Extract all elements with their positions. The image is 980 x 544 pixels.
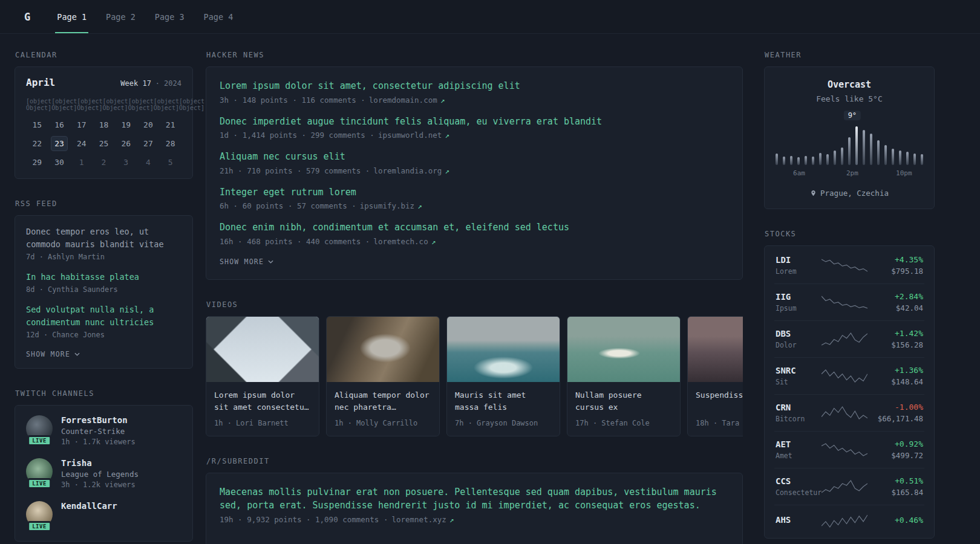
left-column: CALENDAR April Week 17 · 2024 [object Ob… <box>15 51 193 544</box>
stock-change: +0.92% <box>867 439 923 448</box>
video-card[interactable]: Nullam posuere cursus ex 17h · Stefan Co… <box>567 316 681 436</box>
video-card[interactable]: Suspendisse diam 18h · Tara <box>687 316 743 436</box>
video-thumbnail <box>327 317 439 382</box>
stock-row[interactable]: DBS Dolor +1.42% $156.28 <box>774 320 924 357</box>
video-card[interactable]: Mauris sit amet massa felis 7h · Grayson… <box>446 316 560 436</box>
story-meta: 6h · 60 points · 57 comments · ipsumify.… <box>220 201 729 210</box>
stock-row[interactable]: LDI Lorem +4.35% $795.18 <box>774 247 924 283</box>
channel-viewers: 3h · 1.2k viewers <box>61 481 139 489</box>
external-link-icon: ↗ <box>440 96 445 105</box>
story-domain: ipsumify.biz <box>360 201 414 210</box>
stock-id: LDI Lorem <box>776 255 822 276</box>
stock-change: +0.46% <box>867 516 923 525</box>
video-card[interactable]: Lorem ipsum dolor sit amet consectetu… 1… <box>206 316 319 436</box>
story-domain-link[interactable]: loremdomain.com ↗ <box>369 96 445 105</box>
calendar-day: 23 <box>51 136 68 151</box>
channel-viewers: 1h · 1.7k viewers <box>61 438 136 446</box>
weather-bar <box>855 126 858 165</box>
story-domain-link[interactable]: ipsumify.biz ↗ <box>360 201 422 210</box>
post-domain-link[interactable]: loremnet.xyz ↗ <box>391 515 454 524</box>
video-card[interactable]: Aliquam tempor dolor nec pharetra… 1h · … <box>326 316 440 436</box>
show-more-label: SHOW MORE <box>220 257 264 266</box>
story-title-link[interactable]: Integer eget rutrum lorem <box>220 186 729 199</box>
rss-show-more-button[interactable]: SHOW MORE <box>26 349 80 360</box>
video-thumbnail <box>447 317 560 382</box>
story-domain: loremlandia.org <box>373 166 442 175</box>
calendar-weekday-label: [object Object] <box>77 98 102 111</box>
calendar-day: 28 <box>162 136 179 151</box>
right-column: WEATHER Overcast Feels like 5°C 9° 6am2p… <box>764 51 935 544</box>
video-meta: 1h · Molly Carrillo <box>327 413 439 436</box>
twitch-channel[interactable]: LIVE Trisha League of Legends 3h · 1.2k … <box>26 458 181 489</box>
stock-sparkline <box>822 405 867 421</box>
weather-condition: Overcast <box>776 79 923 90</box>
stock-values: +0.51% $165.84 <box>867 476 923 497</box>
weather-bar <box>819 153 822 165</box>
story-domain-link[interactable]: loremlandia.org ↗ <box>373 166 449 175</box>
channel-info: ForrestBurton Counter-Strike 1h · 1.7k v… <box>61 415 136 446</box>
external-link-icon: ↗ <box>445 131 449 140</box>
weather-bar <box>848 137 851 165</box>
stock-change: -1.00% <box>867 403 923 412</box>
stock-row[interactable]: IIG Ipsum +2.84% $42.04 <box>774 283 924 320</box>
story-title-link[interactable]: Donec enim nibh, condimentum et accumsan… <box>220 221 729 235</box>
stock-id: AET Amet <box>776 439 822 460</box>
story-title-link[interactable]: Lorem ipsum dolor sit amet, consectetur … <box>220 79 729 93</box>
stock-row[interactable]: SNRC Sit +1.36% $148.64 <box>774 357 924 394</box>
story-title-link[interactable]: Donec imperdiet augue tincidunt felis al… <box>220 115 729 129</box>
story-stats: 16h · 468 points · 440 comments · <box>220 237 370 246</box>
stock-row[interactable]: CCS Consectetur +0.51% $165.84 <box>774 468 924 505</box>
post-meta: 19h · 9,932 points · 1,090 comments · lo… <box>220 515 729 524</box>
video-meta: 17h · Stefan Cole <box>567 413 680 436</box>
calendar-weekday-label: [object Object] <box>102 98 128 111</box>
calendar-weekday-label: [object Object] <box>154 98 179 111</box>
twitch-channel[interactable]: LIVE ForrestBurton Counter-Strike 1h · 1… <box>26 415 181 446</box>
story-stats: 21h · 710 points · 579 comments · <box>220 166 370 175</box>
story-domain-link[interactable]: loremtech.co ↗ <box>373 237 436 246</box>
weather-bar <box>913 154 916 165</box>
rss-item-title-link[interactable]: Donec tempor eros leo, ut commodo mauris… <box>26 225 181 251</box>
stock-values: +0.46% <box>867 516 923 527</box>
story-domain: ipsumworld.net <box>378 131 442 140</box>
stock-row[interactable]: AET Amet +0.92% $499.72 <box>774 431 924 468</box>
channel-info: KendallCarr <box>61 501 117 513</box>
stock-values: +1.36% $148.64 <box>867 366 923 386</box>
page-tab[interactable]: Page 1 <box>55 0 88 33</box>
story-meta: 1d · 1,414 points · 299 comments · ipsum… <box>220 131 729 140</box>
story-title-link[interactable]: Aliquam nec cursus elit <box>220 150 729 164</box>
stock-values: +1.42% $156.28 <box>867 329 923 349</box>
app-logo[interactable]: G <box>24 11 30 23</box>
story-meta: 3h · 148 points · 116 comments · loremdo… <box>220 96 729 105</box>
rss-item-title-link[interactable]: In hac habitasse platea <box>26 271 181 283</box>
channel-game: League of Legends <box>61 470 139 479</box>
video-thumbnail <box>688 317 743 382</box>
story-domain-link[interactable]: ipsumworld.net ↗ <box>378 131 449 140</box>
stock-row[interactable]: AHS +0.46% <box>774 505 924 537</box>
show-more-label: SHOW MORE <box>26 350 70 358</box>
page-tab[interactable]: Page 2 <box>104 0 137 33</box>
hn-story: Donec imperdiet augue tincidunt felis al… <box>220 115 729 140</box>
page-tab[interactable]: Page 4 <box>202 0 235 33</box>
hacker-news-widget: HACKER NEWS Lorem ipsum dolor sit amet, … <box>206 51 743 280</box>
weather-bar <box>863 130 865 165</box>
stock-id: AHS <box>776 515 822 527</box>
weather-location: Prague, Czechia <box>820 189 889 198</box>
channel-name: ForrestBurton <box>61 415 136 425</box>
post-title-link[interactable]: Maecenas mollis pulvinar erat non posuer… <box>220 485 729 513</box>
calendar-days-grid: 1516171819202122232425262728293012345 <box>26 117 181 170</box>
page-tab[interactable]: Page 3 <box>153 0 186 33</box>
video-carousel: Lorem ipsum dolor sit amet consectetu… 1… <box>206 316 743 436</box>
weather-header: WEATHER <box>765 51 935 59</box>
hn-show-more-button[interactable]: SHOW MORE <box>220 256 273 267</box>
external-link-icon: ↗ <box>445 166 449 175</box>
external-link-icon: ↗ <box>449 515 454 524</box>
stock-symbol: AHS <box>776 515 822 525</box>
calendar-day: 24 <box>73 136 90 151</box>
stock-price: $156.28 <box>867 340 923 349</box>
calendar-day: 18 <box>95 117 112 132</box>
rss-item-title-link[interactable]: Sed volutpat nulla nisl, a condimentum n… <box>26 303 181 329</box>
stock-row[interactable]: CRN Bitcorn -1.00% $66,171.48 <box>774 394 924 431</box>
stock-change: +1.36% <box>867 366 923 375</box>
video-title: Nullam posuere cursus ex <box>567 382 680 413</box>
twitch-channel[interactable]: LIVE KendallCarr <box>26 501 181 528</box>
